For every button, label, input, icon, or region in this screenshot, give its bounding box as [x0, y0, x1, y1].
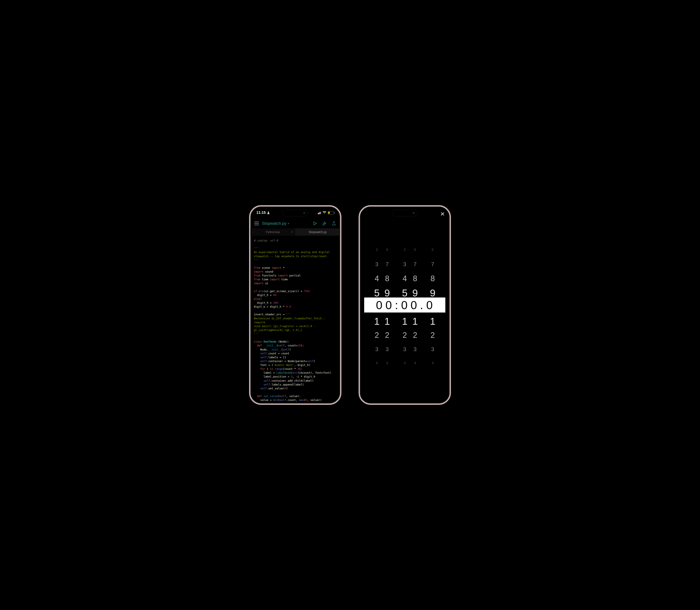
close-icon[interactable]: ✕	[440, 211, 445, 218]
reel-digit: 3	[429, 346, 436, 353]
reel-digit	[394, 248, 398, 252]
reel-row: 37377	[360, 261, 450, 268]
reel-digit: 5	[373, 287, 381, 299]
svg-point-0	[268, 212, 269, 213]
reel-digit	[394, 361, 398, 365]
reel-digit: 4	[401, 361, 409, 365]
center-digit: 0	[411, 298, 418, 312]
reel-digit: 2	[373, 331, 381, 340]
reel-digit: 8	[429, 274, 436, 283]
reel-digit: 6	[429, 248, 436, 252]
battery-icon: 25	[328, 211, 334, 214]
center-digit: 0	[376, 298, 383, 312]
reel-row: 26266	[360, 248, 450, 252]
stopwatch-center-display: 00:00.0	[364, 298, 445, 312]
reel-digit: 1	[383, 316, 391, 327]
reel-row: 44444	[360, 361, 450, 365]
status-time: 11:15	[256, 211, 266, 215]
reel-digit: 1	[401, 316, 409, 327]
reel-digit: 9	[383, 287, 391, 299]
file-title-text: Stopwatch.py	[262, 221, 286, 226]
reel-digit: 3	[401, 346, 409, 353]
reel-digit: 2	[429, 331, 436, 340]
reel-digit: 8	[411, 274, 419, 283]
reel-digit: 4	[429, 361, 436, 365]
play-icon[interactable]	[313, 221, 317, 226]
reel-digit	[422, 274, 426, 283]
reel-digit: 1	[373, 316, 381, 327]
reel-digit: 2	[383, 331, 391, 340]
reel-digit: 9	[429, 287, 436, 299]
phone-editor: 11:15 25 Stopwatch.py ▼ Pythonista ×	[249, 205, 341, 405]
dropdown-icon: ▼	[287, 222, 289, 225]
status-bar: 11:15 25	[250, 207, 340, 216]
reel-digit: 1	[429, 316, 436, 327]
reel-digit: 7	[383, 261, 391, 268]
battery-level: 25	[328, 212, 334, 214]
signal-icon	[318, 211, 321, 214]
close-icon[interactable]: ×	[291, 230, 293, 234]
svg-marker-1	[314, 222, 317, 225]
reel-digit: 4	[383, 361, 391, 365]
tab-bar: Pythonista × Stopwatch.py	[250, 228, 340, 236]
file-title[interactable]: Stopwatch.py ▼	[262, 221, 309, 226]
reel-digit: 4	[373, 361, 381, 365]
reel-digit: 6	[411, 248, 419, 252]
center-digit: 0	[385, 298, 393, 312]
reel-digit	[422, 316, 426, 327]
tab-pythonista[interactable]: Pythonista ×	[250, 228, 295, 236]
reel-digit: 3	[373, 346, 381, 353]
editor-toolbar: Stopwatch.py ▼	[250, 219, 340, 228]
reel-digit	[422, 287, 426, 299]
wifi-icon	[322, 211, 327, 214]
share-icon[interactable]	[332, 221, 336, 226]
reel-row: 33333	[360, 346, 450, 353]
reel-digit: 2	[373, 248, 381, 252]
reel-digit	[422, 346, 426, 353]
reel-digit: 4	[411, 361, 419, 365]
reel-digit	[422, 261, 426, 268]
center-digit: .	[420, 298, 424, 312]
reel-digit	[394, 274, 398, 283]
reel-row: 59599	[360, 287, 450, 299]
stopwatch-canvas[interactable]: 00:00.0 26266373774848859599111112222233…	[360, 207, 450, 403]
reel-digit: 7	[411, 261, 419, 268]
reel-digit: 4	[401, 274, 409, 283]
reel-digit: 1	[411, 316, 419, 327]
tab-label: Pythonista	[266, 230, 280, 234]
reel-digit: 3	[383, 346, 391, 353]
reel-digit: 7	[429, 261, 436, 268]
reel-digit: 3	[401, 261, 409, 268]
reel-digit: 2	[401, 331, 409, 340]
reel-digit: 2	[411, 331, 419, 340]
center-digit: 0	[426, 298, 433, 312]
reel-digit: 6	[383, 248, 391, 252]
reel-digit	[394, 261, 398, 268]
reel-digit	[394, 331, 398, 340]
phone-stopwatch[interactable]: ✕ 00:00.0 262663737748488595991111122222…	[359, 205, 451, 405]
center-digit: :	[395, 298, 399, 312]
menu-icon[interactable]	[254, 222, 259, 225]
reel-digit	[422, 331, 426, 340]
reel-row: 11111	[360, 316, 450, 327]
reel-digit: 8	[383, 274, 391, 283]
reel-digit	[394, 287, 398, 299]
reel-digit: 3	[411, 346, 419, 353]
reel-digit	[422, 361, 426, 365]
reel-digit	[422, 248, 426, 252]
reel-digit: 9	[411, 287, 419, 299]
reel-row: 22222	[360, 331, 450, 340]
profile-icon	[267, 211, 270, 214]
tab-label: Stopwatch.py	[308, 230, 327, 234]
center-digit: 0	[401, 298, 409, 312]
reel-digit	[394, 346, 398, 353]
reel-digit: 3	[373, 261, 381, 268]
reel-digit: 5	[401, 287, 409, 299]
reel-digit	[394, 316, 398, 327]
reel-row: 48488	[360, 274, 450, 283]
wrench-icon[interactable]	[322, 221, 327, 226]
code-editor[interactable]: # coding: utf-8 ''' An experimental hybr…	[250, 236, 340, 405]
reel-digit: 4	[373, 274, 381, 283]
reel-digit: 2	[401, 248, 409, 252]
tab-stopwatch[interactable]: Stopwatch.py	[295, 228, 340, 236]
